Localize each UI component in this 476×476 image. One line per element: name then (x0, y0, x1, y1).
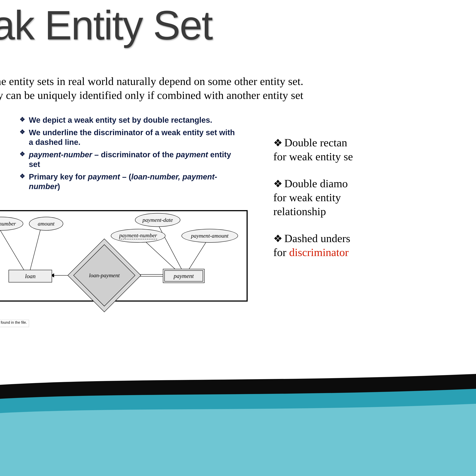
intro-line-1: ome entity sets in real world naturally … (0, 74, 303, 88)
rule-3-term: payment-number (29, 150, 92, 159)
er-diagram: loan-number amount payment-date payment-… (0, 210, 248, 302)
slide-title: eak Entity Set (0, 2, 212, 49)
clover-icon: ❖ (273, 178, 282, 190)
slide-author: Koushik De- - CSE, UE (410, 408, 476, 416)
clover-icon: ❖ (273, 232, 282, 245)
discriminator-highlight: discriminator (289, 246, 349, 258)
legend-note-3: ❖Dashed unders for discriminator (273, 232, 353, 259)
rule-text-3: payment-number – discriminator of the pa… (29, 150, 239, 170)
rule-item-2: ❖ We underline the discriminator of a we… (19, 128, 239, 147)
svg-line-2 (157, 223, 182, 271)
clover-icon: ❖ (19, 128, 29, 147)
clover-icon: ❖ (19, 172, 29, 191)
attr-payment-date: payment-date (135, 213, 180, 227)
attr-amount: amount (29, 217, 63, 231)
attr-payment-amount: payment-amount (182, 229, 238, 243)
clover-icon: ❖ (273, 137, 282, 150)
diagram-rules-list: ❖ We depict a weak entity set by double … (19, 115, 239, 194)
svg-line-1 (30, 227, 41, 271)
crop-artifact-text: found in the file. (0, 320, 29, 327)
intro-text: ome entity sets in real world naturally … (0, 74, 303, 102)
decorative-swoosh (0, 299, 476, 476)
legend-note-1: ❖Double rectan for weak entity se (273, 136, 353, 164)
rule-text-2: We underline the discriminator of a weak… (29, 128, 239, 147)
entity-payment: payment (163, 269, 204, 283)
clover-icon: ❖ (19, 115, 29, 125)
entity-loan: loan (9, 270, 52, 282)
legend-notes: ❖Double rectan for weak entity se ❖Doubl… (273, 136, 353, 272)
rule-text-1: We depict a weak entity set by double re… (29, 115, 212, 125)
discriminator-label: payment-number (119, 232, 157, 239)
rule-item-1: ❖ We depict a weak entity set by double … (19, 115, 239, 125)
intro-line-2: hey can be uniquely identified only if c… (0, 88, 303, 102)
clover-icon: ❖ (19, 150, 29, 170)
relationship-loan-payment: loan-payment (78, 249, 130, 301)
rule-item-3: ❖ payment-number – discriminator of the … (19, 150, 239, 170)
relationship-label: loan-payment (78, 249, 130, 301)
legend-note-2: ❖Double diamo for weak entity relationsh… (273, 177, 353, 219)
rule-item-4: ❖ Primary key for payment – (loan-number… (19, 172, 239, 191)
attr-payment-number: payment-number (111, 229, 166, 243)
svg-line-0 (0, 227, 24, 271)
rule-text-4: Primary key for payment – (loan-number, … (29, 172, 239, 191)
